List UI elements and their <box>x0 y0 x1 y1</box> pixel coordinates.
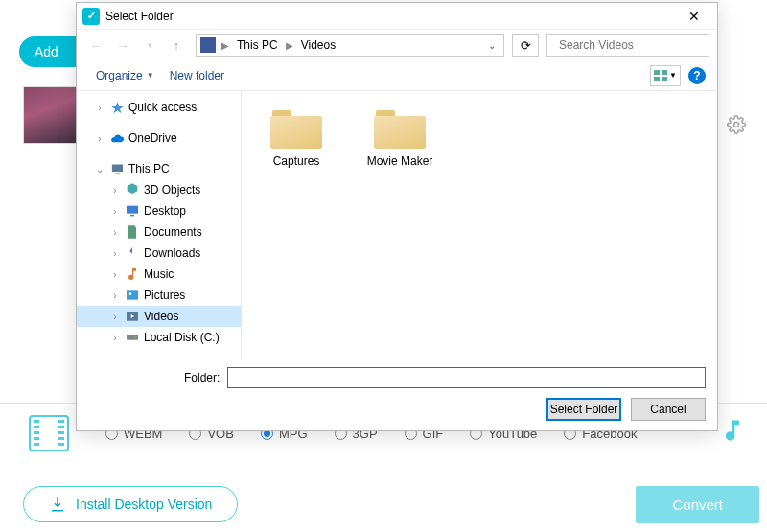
folder-icon <box>374 106 426 149</box>
organize-menu[interactable]: Organize▼ <box>88 65 162 86</box>
close-button[interactable]: ✕ <box>675 4 713 29</box>
convert-button[interactable]: Convert <box>636 486 759 523</box>
breadcrumb-current[interactable]: Videos <box>297 36 339 54</box>
folder-type-icon <box>125 245 140 261</box>
chevron-right-icon[interactable]: › <box>109 269 121 280</box>
tree-item-local-disk-c-[interactable]: ›Local Disk (C:) <box>77 327 241 348</box>
svg-rect-2 <box>654 70 660 75</box>
select-folder-button[interactable]: Select Folder <box>546 398 621 421</box>
new-folder-button[interactable]: New folder <box>162 65 232 86</box>
search-input[interactable] <box>546 34 709 57</box>
cancel-button[interactable]: Cancel <box>631 398 706 421</box>
folder-label: Captures <box>273 154 320 168</box>
dialog-title: Select Folder <box>105 10 675 23</box>
svg-rect-8 <box>127 206 138 214</box>
chevron-right-icon: ▶ <box>286 40 293 51</box>
nav-back-icon[interactable]: ← <box>84 34 107 57</box>
folder-label: Movie Maker <box>367 154 433 168</box>
tree-item-3d-objects[interactable]: ›3D Objects <box>77 179 241 200</box>
navbar: ← → ▾ ↑ ▶ This PC ▶ Videos ⌄ ⟳ <box>77 30 717 60</box>
breadcrumb-dropdown-icon[interactable]: ⌄ <box>484 40 500 51</box>
chevron-right-icon[interactable]: › <box>109 185 121 196</box>
settings-gear-icon[interactable] <box>727 115 746 138</box>
select-folder-dialog: ✓ Select Folder ✕ ← → ▾ ↑ ▶ This PC ▶ Vi… <box>76 2 718 431</box>
music-icon[interactable] <box>719 417 746 448</box>
chevron-right-icon[interactable]: › <box>109 290 121 301</box>
view-mode-button[interactable]: ▼ <box>650 65 681 86</box>
tree-item-music[interactable]: ›Music <box>77 264 241 285</box>
tree-item-desktop[interactable]: ›Desktop <box>77 200 241 221</box>
tree-quick-access[interactable]: ›Quick access <box>77 97 241 118</box>
breadcrumb[interactable]: ▶ This PC ▶ Videos ⌄ <box>196 34 504 57</box>
chevron-right-icon[interactable]: › <box>94 133 105 144</box>
tree-item-pictures[interactable]: ›Pictures <box>77 285 241 306</box>
svg-rect-9 <box>130 215 134 216</box>
svg-rect-5 <box>662 77 667 81</box>
svg-rect-10 <box>127 290 138 299</box>
folder-icon <box>270 106 322 149</box>
svg-rect-7 <box>115 173 120 173</box>
breadcrumb-root[interactable]: This PC <box>233 36 282 54</box>
folder-type-icon <box>125 288 140 303</box>
tree-item-videos[interactable]: ›Videos <box>77 306 241 327</box>
tree-onedrive[interactable]: ›OneDrive <box>77 127 241 149</box>
folder-type-icon <box>125 224 140 240</box>
folder-content[interactable]: CapturesMovie Maker <box>242 91 717 359</box>
nav-dropdown-icon[interactable]: ▾ <box>138 34 161 57</box>
chevron-right-icon[interactable]: › <box>109 248 121 259</box>
video-thumbnail[interactable] <box>23 86 81 144</box>
folder-type-icon <box>125 182 140 197</box>
pc-icon <box>109 161 125 176</box>
chevron-down-icon[interactable]: ⌄ <box>94 164 105 174</box>
nav-forward-icon[interactable]: → <box>111 34 134 57</box>
folder-captures[interactable]: Captures <box>259 103 334 172</box>
tree-panel: ›Quick access ›OneDrive ⌄This PC ›3D Obj… <box>77 91 242 359</box>
tree-this-pc[interactable]: ⌄This PC <box>77 158 241 179</box>
chevron-right-icon[interactable]: › <box>94 103 105 113</box>
svg-rect-4 <box>654 77 660 81</box>
tree-item-documents[interactable]: ›Documents <box>77 221 241 243</box>
cloud-icon <box>109 130 125 146</box>
add-button[interactable]: Add <box>19 36 80 67</box>
svg-rect-6 <box>111 164 122 172</box>
folder-label: Folder: <box>184 371 220 384</box>
tree-item-downloads[interactable]: ›Downloads <box>77 243 241 264</box>
folder-movie-maker[interactable]: Movie Maker <box>362 103 437 172</box>
svg-point-14 <box>135 336 136 337</box>
titlebar: ✓ Select Folder ✕ <box>77 3 717 30</box>
chevron-right-icon: ▶ <box>221 40 229 51</box>
svg-rect-3 <box>662 70 667 75</box>
folder-input[interactable] <box>227 367 706 388</box>
help-button[interactable]: ? <box>688 67 706 84</box>
install-desktop-button[interactable]: Install Desktop Version <box>23 486 238 522</box>
star-icon <box>109 100 125 115</box>
chevron-right-icon[interactable]: › <box>109 333 121 343</box>
folder-type-icon <box>125 309 140 324</box>
nav-up-icon[interactable]: ↑ <box>165 34 188 57</box>
folder-type-icon <box>125 330 140 345</box>
app-icon: ✓ <box>82 8 100 25</box>
folder-type-icon <box>125 203 140 219</box>
chevron-right-icon[interactable]: › <box>109 227 121 238</box>
svg-point-0 <box>734 123 739 127</box>
film-icon <box>29 415 69 451</box>
chevron-right-icon[interactable]: › <box>109 312 121 322</box>
dialog-footer: Folder: Select Folder Cancel <box>77 359 717 430</box>
toolbar: Organize▼ New folder ▼ ? <box>77 60 717 91</box>
chevron-down-icon: ▼ <box>147 71 154 80</box>
chevron-down-icon: ▼ <box>669 71 677 80</box>
svg-point-11 <box>129 292 132 295</box>
chevron-right-icon[interactable]: › <box>109 206 121 217</box>
breadcrumb-pc-icon <box>200 37 216 53</box>
folder-type-icon <box>125 266 140 282</box>
refresh-button[interactable]: ⟳ <box>512 34 539 57</box>
search-field[interactable] <box>559 38 703 52</box>
